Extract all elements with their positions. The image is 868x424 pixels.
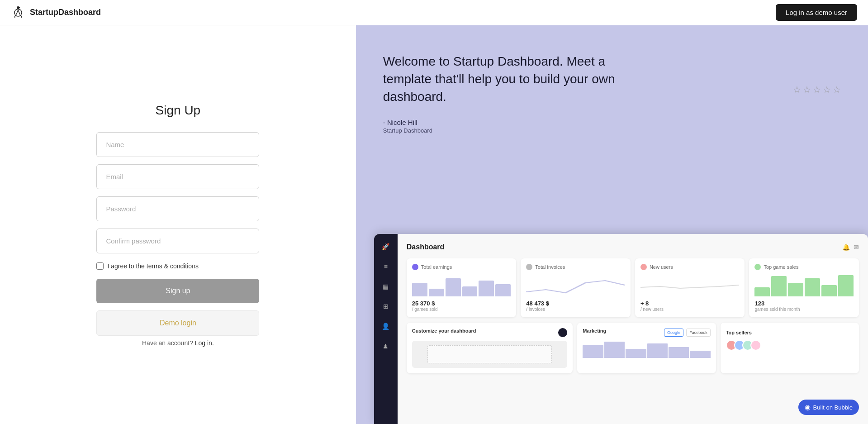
stat-header-users: New users (640, 264, 740, 270)
preview-dashboard-title: Dashboard (407, 243, 445, 251)
mail-icon: ✉ (854, 243, 859, 251)
bottom-cards-row: Customize your dashboard Marketing Goog (407, 323, 859, 373)
star-3: ☆ (813, 84, 821, 95)
name-input[interactable] (96, 132, 259, 157)
bar-6 (495, 284, 511, 297)
logo-icon (11, 5, 25, 20)
main-container: Sign Up I agree to the terms & condition… (0, 0, 868, 424)
logo-text: StartupDashboard (30, 8, 101, 17)
confirm-password-input[interactable] (96, 229, 259, 253)
login-link[interactable]: Log in. (195, 339, 214, 347)
stats-cards-row: Total earnings 25 370 $ / games sold (407, 258, 859, 317)
demo-login-button[interactable]: Demo login (96, 310, 259, 336)
stat-value-users: + 8 (640, 300, 740, 307)
bar-1 (412, 283, 427, 296)
sales-bar-2 (771, 276, 787, 296)
header: StartupDashboard Log in as demo user (0, 0, 868, 25)
stat-value-earnings: 25 370 $ (412, 300, 511, 307)
customize-dashboard-card: Customize your dashboard (407, 323, 573, 373)
stat-card-invoices: Total invoices 48 473 $ / invoices (521, 258, 631, 317)
mini-bar-2 (604, 342, 625, 358)
right-panel: Welcome to Startup Dashboard. Meet a tem… (356, 25, 868, 424)
sales-bar-chart (754, 274, 854, 296)
welcome-text: Welcome to Startup Dashboard. Meet a tem… (383, 52, 645, 106)
stat-icon-earnings (412, 264, 418, 270)
sales-bar-6 (838, 275, 854, 297)
stat-value-sales: 123 (754, 300, 854, 307)
svg-point-1 (17, 6, 19, 9)
preview-sidebar: 🚀 ≡ ▦ ⊞ 👤 ♟ (374, 234, 398, 424)
avatar-4 (750, 340, 761, 351)
sidebar-icon-person: ♟ (380, 341, 391, 352)
signup-button[interactable]: Sign up (96, 279, 259, 303)
stat-sublabel-users: / new users (640, 307, 740, 312)
stat-card-earnings: Total earnings 25 370 $ / games sold (407, 258, 517, 317)
password-input[interactable] (96, 196, 259, 221)
bubble-label: Built on Bubble (813, 404, 853, 411)
terms-checkbox[interactable] (96, 262, 104, 270)
marketing-label: Marketing (583, 328, 606, 333)
email-input[interactable] (96, 164, 259, 189)
sidebar-icon-grid: ⊞ (380, 301, 391, 312)
stat-sublabel-invoices: / invoices (526, 307, 625, 312)
mini-bar-6 (690, 351, 710, 358)
star-4: ☆ (823, 84, 831, 95)
sales-bar-4 (805, 278, 820, 296)
invoices-line-chart (526, 274, 625, 296)
bar-4 (462, 286, 478, 297)
stat-header-sales: Top game sales (754, 264, 854, 270)
sidebar-icon-menu: ≡ (380, 261, 391, 272)
logo-area: StartupDashboard (11, 5, 101, 20)
marketing-buttons: Google Facebook (664, 329, 711, 337)
star-1: ☆ (793, 84, 801, 95)
stat-label-invoices: Total invoices (535, 264, 565, 270)
customize-icon (558, 328, 567, 337)
terms-row: I agree to the terms & conditions (96, 262, 259, 270)
marketing-mini-bars (583, 340, 710, 358)
stat-card-users: New users + 8 / new users (635, 258, 745, 317)
preview-topbar: Dashboard 🔔 ✉ (407, 243, 859, 251)
sales-bar-5 (821, 285, 837, 296)
bar-2 (429, 289, 444, 297)
stat-value-invoices: 48 473 $ (526, 300, 625, 307)
facebook-btn: Facebook (686, 329, 711, 337)
mini-bar-3 (626, 349, 646, 358)
star-2: ☆ (803, 84, 811, 95)
stat-label-sales: Top game sales (764, 264, 798, 270)
preview-action-icons: 🔔 ✉ (842, 243, 859, 251)
sales-bar-1 (754, 287, 770, 296)
bell-icon: 🔔 (842, 243, 850, 251)
customize-label: Customize your dashboard (412, 328, 476, 333)
preview-main: Dashboard 🔔 ✉ Total earnings (398, 234, 868, 424)
mini-bar-4 (647, 343, 668, 358)
left-panel: Sign Up I agree to the terms & condition… (0, 25, 356, 424)
top-sellers-label: Top sellers (726, 330, 752, 335)
author-title: Startup Dashboard (383, 127, 841, 134)
bar-5 (479, 281, 494, 296)
stat-icon-sales (754, 264, 761, 270)
stat-icon-invoices (526, 264, 532, 270)
mini-bar-1 (583, 345, 603, 358)
stat-icon-users (640, 264, 647, 270)
form-title: Sign Up (156, 103, 201, 118)
google-btn: Google (664, 329, 683, 337)
sidebar-icon-dashboard: ▦ (380, 281, 391, 292)
top-sellers-card: Top sellers (721, 323, 859, 373)
right-content: Welcome to Startup Dashboard. Meet a tem… (356, 25, 868, 148)
bubble-badge[interactable]: ◉ Built on Bubble (798, 400, 859, 415)
login-prompt: Have an account? Log in. (142, 339, 214, 347)
author-name: - Nicole Hill (383, 119, 841, 126)
earnings-bar-chart (412, 274, 511, 296)
stat-label-earnings: Total earnings (421, 264, 452, 270)
marketing-card: Marketing Google Facebook (577, 323, 716, 373)
stat-sublabel-earnings: / games sold (412, 307, 511, 312)
stat-sublabel-sales: games sold this month (754, 307, 854, 312)
sidebar-icon-rocket: 🚀 (380, 241, 391, 252)
star-5: ☆ (833, 84, 841, 95)
bar-3 (446, 278, 461, 296)
dashboard-preview: 🚀 ≡ ▦ ⊞ 👤 ♟ Dashboard 🔔 ✉ (374, 234, 868, 424)
terms-label: I agree to the terms & conditions (107, 262, 199, 270)
sidebar-icon-users: 👤 (380, 321, 391, 332)
demo-user-button[interactable]: Log in as demo user (776, 4, 857, 21)
bubble-icon: ◉ (805, 403, 811, 411)
